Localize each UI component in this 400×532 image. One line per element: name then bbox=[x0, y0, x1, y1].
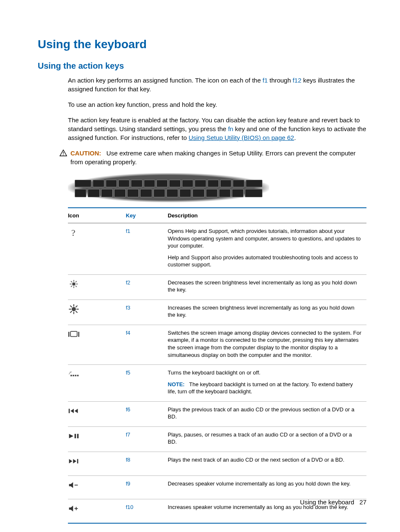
svg-rect-21 bbox=[68, 332, 70, 337]
svg-line-20 bbox=[76, 306, 77, 307]
table-row: f9Decreases speaker volume incrementally… bbox=[68, 475, 366, 499]
th-desc: Description bbox=[168, 208, 366, 223]
key-description: Plays, pauses, or resumes a track of an … bbox=[168, 426, 366, 452]
svg-marker-33 bbox=[75, 409, 78, 413]
key-label: f2 bbox=[126, 274, 168, 300]
svg-line-11 bbox=[76, 281, 77, 282]
help-icon: ? bbox=[68, 223, 126, 275]
key-description: Decreases the screen brightness level in… bbox=[168, 274, 366, 300]
key-label: f1 bbox=[126, 223, 168, 275]
svg-point-1 bbox=[63, 155, 64, 155]
svg-marker-34 bbox=[69, 434, 74, 439]
key-label: f3 bbox=[126, 300, 168, 325]
key-description: Turns the keyboard backlight on or off.N… bbox=[168, 365, 366, 402]
fn-label: fn bbox=[228, 125, 234, 132]
svg-rect-30 bbox=[77, 375, 79, 377]
table-row: f3Increases the screen brightness level … bbox=[68, 300, 366, 325]
caution-block: CAUTION: Use extreme care when making ch… bbox=[60, 149, 366, 166]
caution-text: Use extreme care when making changes in … bbox=[70, 150, 356, 165]
svg-rect-39 bbox=[77, 459, 78, 464]
table-row: f8Plays the next track of an audio CD or… bbox=[68, 452, 366, 475]
key-description: Increases the screen brightness level in… bbox=[168, 300, 366, 325]
prev-track-icon bbox=[68, 401, 126, 426]
brightness-up-icon bbox=[68, 300, 126, 325]
table-row: f5Turns the keyboard backlight on or off… bbox=[68, 365, 366, 402]
svg-line-25 bbox=[70, 372, 70, 373]
table-row: f6Plays the previous track of an audio C… bbox=[68, 401, 366, 426]
svg-line-8 bbox=[71, 281, 72, 282]
key-description: Decreases speaker volume incrementally a… bbox=[168, 475, 366, 499]
table-row: f2Decreases the screen brightness level … bbox=[68, 274, 366, 300]
svg-rect-31 bbox=[69, 409, 70, 413]
table-row: f7Plays, pauses, or resumes a track of a… bbox=[68, 426, 366, 452]
f1-label: f1 bbox=[262, 77, 268, 84]
volume-down-icon bbox=[68, 475, 126, 499]
svg-rect-41 bbox=[75, 485, 78, 486]
svg-line-17 bbox=[70, 306, 72, 307]
svg-line-19 bbox=[70, 311, 72, 312]
key-label: f10 bbox=[126, 499, 168, 523]
svg-line-24 bbox=[69, 373, 70, 374]
f12-label: f12 bbox=[293, 77, 301, 84]
backlight-icon bbox=[68, 365, 126, 402]
th-icon: Icon bbox=[68, 208, 126, 223]
table-row: ?f1Opens Help and Support, which provide… bbox=[68, 223, 366, 275]
svg-rect-35 bbox=[75, 434, 76, 439]
action-keys-table: Icon Key Description ?f1Opens Help and S… bbox=[68, 207, 366, 524]
svg-point-3 bbox=[73, 283, 75, 285]
key-label: f9 bbox=[126, 475, 168, 499]
caution-label: CAUTION: bbox=[70, 150, 101, 157]
key-label: f8 bbox=[126, 452, 168, 475]
svg-line-9 bbox=[76, 286, 77, 287]
key-description: Opens Help and Support, which provides t… bbox=[168, 223, 366, 275]
key-label: f4 bbox=[126, 325, 168, 364]
svg-rect-28 bbox=[73, 375, 74, 377]
intro-paragraph-3: The action key feature is enabled at the… bbox=[68, 116, 366, 142]
caution-icon bbox=[60, 149, 67, 166]
svg-text:?: ? bbox=[71, 227, 75, 238]
page-heading: Using the keyboard bbox=[38, 38, 366, 51]
note-label: NOTE: bbox=[168, 381, 184, 387]
intro-paragraph-2: To use an action key function, press and… bbox=[68, 100, 366, 109]
th-key: Key bbox=[126, 208, 168, 223]
key-description: Plays the next track of an audio CD or t… bbox=[168, 452, 366, 475]
table-row: f4Switches the screen image among displa… bbox=[68, 325, 366, 364]
svg-marker-40 bbox=[69, 482, 73, 488]
svg-point-12 bbox=[72, 307, 75, 311]
svg-rect-22 bbox=[70, 331, 77, 336]
svg-marker-37 bbox=[69, 459, 73, 464]
svg-marker-42 bbox=[69, 506, 73, 511]
svg-marker-38 bbox=[73, 459, 76, 464]
key-description: Plays the previous track of an audio CD … bbox=[168, 401, 366, 426]
svg-line-18 bbox=[76, 311, 77, 312]
svg-marker-32 bbox=[70, 409, 74, 413]
setup-utility-link[interactable]: Using Setup Utility (BIOS) on page 62 bbox=[189, 134, 294, 141]
svg-rect-44 bbox=[76, 507, 77, 510]
keyboard-figure bbox=[68, 173, 269, 202]
section-heading: Using the action keys bbox=[38, 61, 366, 71]
key-description: Switches the screen image among display … bbox=[168, 325, 366, 364]
key-label: f5 bbox=[126, 365, 168, 402]
svg-rect-36 bbox=[77, 434, 79, 439]
next-track-icon bbox=[68, 452, 126, 475]
svg-rect-23 bbox=[78, 332, 80, 337]
svg-rect-29 bbox=[75, 375, 77, 377]
volume-up-icon bbox=[68, 499, 126, 523]
key-label: f7 bbox=[126, 426, 168, 452]
key-label: f6 bbox=[126, 401, 168, 426]
svg-line-26 bbox=[71, 372, 71, 372]
switch-display-icon bbox=[68, 325, 126, 364]
play-pause-icon bbox=[68, 426, 126, 452]
svg-line-10 bbox=[71, 286, 72, 287]
intro-paragraph-1: An action key performs an assigned funct… bbox=[68, 76, 366, 93]
svg-rect-27 bbox=[70, 375, 72, 377]
brightness-down-icon bbox=[68, 274, 126, 300]
page-footer: Using the keyboard 27 bbox=[300, 498, 366, 506]
